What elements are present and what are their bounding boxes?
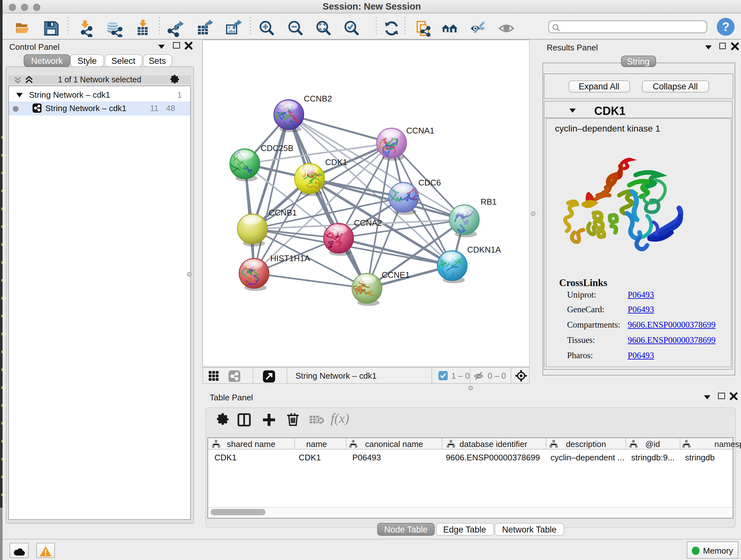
- svg-text:RB1: RB1: [481, 197, 497, 206]
- svg-text:CDKN1A: CDKN1A: [467, 245, 501, 254]
- svg-text:CCNA2: CCNA2: [354, 218, 382, 228]
- svg-text:CCNB2: CCNB2: [304, 94, 332, 104]
- svg-text:CDC25B: CDC25B: [261, 143, 293, 153]
- svg-text:CDC6: CDC6: [418, 178, 441, 187]
- svg-text:CCNA1: CCNA1: [406, 126, 434, 135]
- svg-text:CDK1: CDK1: [325, 158, 347, 167]
- svg-text:CCNB1: CCNB1: [269, 208, 297, 217]
- svg-text:CCNE1: CCNE1: [382, 270, 410, 280]
- svg-text:?: ?: [722, 20, 729, 34]
- svg-text:HIST1H1A: HIST1H1A: [270, 253, 310, 263]
